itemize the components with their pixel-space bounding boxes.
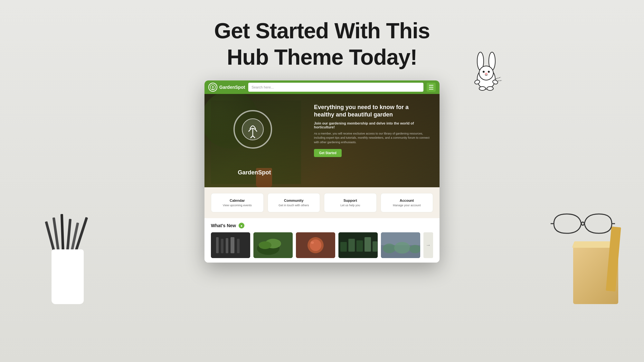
svg-rect-23: [221, 239, 223, 253]
svg-point-11: [479, 87, 486, 90]
menu-line: [429, 87, 433, 88]
svg-rect-39: [365, 237, 371, 252]
mascot-bunny: [470, 50, 502, 93]
news-next-arrow[interactable]: →: [423, 232, 433, 258]
svg-rect-36: [340, 242, 347, 252]
feature-account-desc: Manage your account: [385, 204, 429, 207]
search-placeholder: Search here...: [251, 85, 274, 89]
feature-account-title: Account: [385, 199, 429, 202]
hero-logo-circle: [233, 110, 272, 149]
glasses-decoration: [551, 211, 615, 237]
svg-point-12: [487, 87, 493, 90]
menu-line: [429, 89, 433, 89]
svg-rect-37: [348, 239, 355, 252]
news-card-5[interactable]: [381, 232, 420, 258]
whats-new-section: What's New ●: [204, 218, 440, 263]
svg-rect-24: [226, 238, 228, 253]
svg-point-44: [394, 242, 410, 254]
site-name-text: GardenSpot: [219, 85, 245, 90]
svg-rect-22: [216, 237, 219, 253]
new-badge: ●: [239, 223, 244, 228]
menu-button[interactable]: [427, 83, 436, 92]
headline-line2: Hub Theme Today!: [227, 45, 417, 69]
svg-line-17: [213, 89, 213, 89]
feature-support[interactable]: Support Let us help you: [324, 193, 377, 212]
search-bar[interactable]: Search here...: [248, 83, 423, 92]
feature-account[interactable]: Account Manage your account: [381, 193, 433, 212]
feature-calendar[interactable]: Calendar View upcoming events: [211, 193, 264, 212]
hero-section: GardenSpot Everything you need to know f…: [204, 94, 440, 187]
svg-rect-26: [237, 239, 240, 253]
features-section: Calendar View upcoming events Community …: [204, 187, 440, 218]
site-navbar: GardenSpot Search here...: [204, 80, 440, 94]
feature-community[interactable]: Community Get in touch with others: [268, 193, 320, 212]
svg-point-8: [485, 73, 488, 75]
feature-calendar-title: Calendar: [215, 199, 260, 202]
news-grid: →: [211, 232, 433, 258]
svg-line-14: [497, 80, 502, 81]
svg-line-13: [496, 77, 501, 79]
hero-subtitle: Join our gardening membership and delve …: [314, 121, 430, 129]
svg-point-30: [259, 241, 271, 249]
feature-support-desc: Let us help you: [328, 204, 373, 207]
hero-site-name: GardenSpot: [204, 169, 304, 176]
svg-point-33: [310, 239, 321, 251]
logo-icon: [208, 83, 217, 92]
feature-community-desc: Get in touch with others: [272, 204, 316, 207]
news-card-2[interactable]: [253, 232, 293, 258]
main-headline: Get Started With This Hub Theme Today!: [214, 18, 430, 70]
menu-line: [429, 85, 433, 86]
hero-content: Everything you need to know for a health…: [314, 104, 430, 157]
get-started-button[interactable]: Get Started: [314, 149, 342, 157]
svg-rect-40: [373, 241, 377, 252]
headline-line1: Get Started With This: [214, 18, 430, 43]
news-card-4[interactable]: [338, 232, 378, 258]
news-card-1[interactable]: [211, 232, 250, 258]
pencil-cup-decoration: [42, 233, 93, 304]
hero-description: As a member, you will receive exclusive …: [314, 132, 430, 145]
feature-community-title: Community: [272, 199, 316, 202]
feature-calendar-desc: View upcoming events: [215, 204, 260, 207]
hero-title: Everything you need to know for a health…: [314, 104, 430, 119]
feature-support-title: Support: [328, 199, 373, 202]
site-logo[interactable]: GardenSpot: [208, 83, 245, 92]
svg-rect-38: [356, 240, 363, 252]
svg-point-43: [383, 244, 396, 253]
browser-window: GardenSpot Search here...: [204, 80, 440, 263]
svg-rect-25: [231, 237, 234, 253]
svg-point-6: [483, 71, 485, 73]
svg-point-7: [488, 71, 490, 73]
news-card-3[interactable]: [296, 232, 335, 258]
svg-point-34: [311, 241, 314, 244]
whats-new-title: What's New ●: [211, 223, 433, 228]
